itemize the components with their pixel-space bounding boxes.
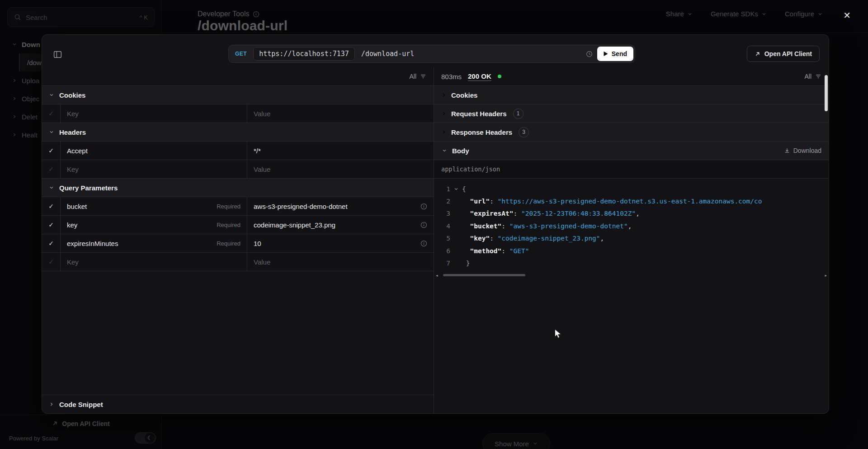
value-cell[interactable]: Value <box>247 160 434 178</box>
section-title: Response Headers <box>451 128 512 136</box>
download-button[interactable]: Download <box>784 147 821 154</box>
row-checkbox[interactable]: ✓ <box>42 197 61 215</box>
chevron-right-icon <box>441 111 447 116</box>
code-line: 4 "bucket": "aws-s3-presigned-demo-dotne… <box>434 220 829 232</box>
code-text: "method": "GET" <box>462 247 529 255</box>
row-checkbox[interactable]: ✓ <box>42 234 61 252</box>
code-line: 1{ <box>434 183 829 195</box>
filter-icon <box>815 73 821 80</box>
open-api-client-button[interactable]: Open API Client <box>747 46 820 62</box>
code-line: 7 } <box>434 257 829 269</box>
filter-icon <box>420 73 426 80</box>
value-input[interactable]: 10 <box>254 240 420 247</box>
code-text: { <box>462 185 466 193</box>
value-cell[interactable]: 10 <box>247 234 434 252</box>
fold-chevron-icon[interactable] <box>450 186 462 192</box>
value-cell[interactable]: */* <box>247 142 434 160</box>
key-input[interactable]: Accept <box>67 147 241 155</box>
line-number: 1 <box>440 185 450 193</box>
line-number: 6 <box>440 247 450 255</box>
table-row: ✓KeyValue <box>42 104 434 123</box>
key-input[interactable]: bucket <box>67 203 213 210</box>
key-input[interactable]: Key <box>67 258 241 266</box>
line-number: 5 <box>440 235 450 242</box>
key-input[interactable]: expiresInMinutes <box>67 240 213 247</box>
base-url-field[interactable]: https://localhost:7137 <box>253 47 355 61</box>
method-badge[interactable]: GET <box>229 51 253 57</box>
section-count-badge: 1 <box>513 109 524 119</box>
value-input[interactable]: aws-s3-presigned-demo-dotnet <box>254 203 420 210</box>
code-line: 2 "url": "https://aws-s3-presigned-demo-… <box>434 195 829 207</box>
request-section-cookies[interactable]: Cookies <box>42 86 434 104</box>
arrow-up-right-icon <box>755 51 760 57</box>
key-cell[interactable]: Key <box>61 160 247 178</box>
section-title: Query Parameters <box>59 184 118 192</box>
value-cell[interactable]: aws-s3-presigned-demo-dotnet <box>247 197 434 215</box>
value-input[interactable]: codeimage-snippet_23.png <box>254 221 420 229</box>
value-cell[interactable]: Value <box>247 104 434 123</box>
history-icon[interactable] <box>586 51 593 57</box>
info-icon[interactable] <box>420 203 427 210</box>
key-input[interactable]: key <box>67 221 213 229</box>
download-icon <box>784 147 790 154</box>
value-input[interactable]: Value <box>254 258 427 266</box>
request-section-query-parameters[interactable]: Query Parameters <box>42 179 434 197</box>
info-icon[interactable] <box>420 222 427 228</box>
code-line: 6 "method": "GET" <box>434 245 829 257</box>
scroll-left-icon[interactable]: ◂ <box>436 273 440 278</box>
chevron-right-icon <box>48 402 55 407</box>
key-cell[interactable]: bucketRequired <box>61 197 247 215</box>
scrollbar-thumb[interactable] <box>443 274 525 276</box>
row-checkbox[interactable]: ✓ <box>42 253 61 271</box>
key-cell[interactable]: keyRequired <box>61 216 247 234</box>
info-icon[interactable] <box>420 240 427 247</box>
code-snippet-section[interactable]: Code Snippet <box>42 395 434 413</box>
address-bar[interactable]: GET https://localhost:7137 /download-url… <box>228 45 635 63</box>
body-section[interactable]: Body Download <box>434 142 829 160</box>
request-filter-button[interactable]: All <box>409 73 434 80</box>
status-badge[interactable]: 200 OK <box>468 72 491 81</box>
table-row: ✓expiresInMinutesRequired10 <box>42 234 434 253</box>
key-input[interactable]: Key <box>67 165 241 173</box>
key-input[interactable]: Key <box>67 110 241 118</box>
code-text: "key": "codeimage-snippet_23.png", <box>462 235 604 242</box>
horizontal-scrollbar[interactable]: ◂ ▸ <box>436 273 827 278</box>
close-icon[interactable]: ✕ <box>840 7 854 24</box>
key-cell[interactable]: Accept <box>61 142 247 160</box>
response-duration: 803ms <box>441 73 462 80</box>
line-number: 2 <box>440 198 450 205</box>
value-input[interactable]: Value <box>254 110 427 118</box>
code-line: 3 "expiresAt": "2025-12-23T06:48:33.8641… <box>434 208 829 220</box>
request-section-headers[interactable]: Headers <box>42 123 434 142</box>
panel-left-icon[interactable] <box>53 50 62 59</box>
client-toolbar: GET https://localhost:7137 /download-url… <box>42 35 829 67</box>
key-cell[interactable]: expiresInMinutesRequired <box>61 234 247 252</box>
response-section-cookies[interactable]: Cookies <box>434 86 829 104</box>
response-section-request-headers[interactable]: Request Headers1 <box>434 104 829 123</box>
chevron-right-icon <box>441 92 447 98</box>
section-title: Headers <box>59 128 86 136</box>
scroll-right-icon[interactable]: ▸ <box>822 273 827 278</box>
row-checkbox[interactable]: ✓ <box>42 216 61 234</box>
value-input[interactable]: */* <box>254 147 427 155</box>
chevron-right-icon <box>441 129 447 135</box>
value-cell[interactable]: Value <box>247 253 434 271</box>
code-text: "url": "https://aws-s3-presigned-demo-do… <box>462 198 762 205</box>
chevron-down-icon <box>48 129 55 135</box>
row-checkbox[interactable]: ✓ <box>42 142 61 160</box>
send-button[interactable]: Send <box>597 47 633 61</box>
key-cell[interactable]: Key <box>61 253 247 271</box>
path-field[interactable]: /download-url <box>355 50 586 58</box>
row-checkbox[interactable]: ✓ <box>42 160 61 178</box>
key-cell[interactable]: Key <box>61 104 247 123</box>
section-count-badge: 3 <box>519 127 529 137</box>
line-number: 4 <box>440 222 450 230</box>
response-section-response-headers[interactable]: Response Headers3 <box>434 123 829 142</box>
value-input[interactable]: Value <box>254 165 427 173</box>
vertical-scrollbar-thumb[interactable] <box>825 75 828 111</box>
required-label: Required <box>217 240 241 247</box>
content-type-label: application/json <box>434 160 829 179</box>
section-title: Request Headers <box>451 110 507 118</box>
row-checkbox[interactable]: ✓ <box>42 104 61 123</box>
value-cell[interactable]: codeimage-snippet_23.png <box>247 216 434 234</box>
